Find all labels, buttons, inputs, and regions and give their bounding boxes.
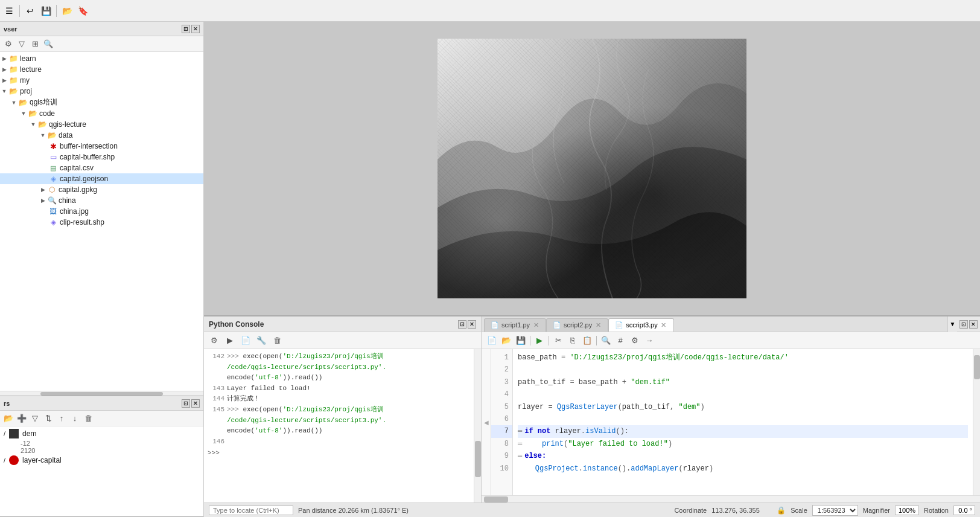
browser-add-icon[interactable]: ⚙ — [2, 38, 14, 50]
tab-close-script1[interactable]: ✕ — [532, 321, 539, 329]
console-settings-icon[interactable]: ⚙ — [208, 334, 221, 347]
tree-item-china-jpg[interactable]: 🖼 china.jpg — [0, 206, 203, 217]
panel-header-controls: ⊡ ✕ — [182, 25, 200, 33]
console-clear-icon[interactable]: 🗑 — [270, 334, 284, 347]
browser-collapse-icon[interactable]: ⊞ — [29, 38, 41, 50]
tree-item-code[interactable]: ▼ 📂 code — [0, 108, 203, 119]
layers-up-icon[interactable]: ↑ — [56, 413, 68, 425]
layers-panel-controls: ⊡ ✕ — [182, 399, 200, 408]
editor-settings-icon[interactable]: ⚙ — [628, 334, 641, 347]
layer-item-dem[interactable]: / dem — [0, 428, 203, 440]
editor-help-icon[interactable]: → — [643, 334, 656, 347]
tab-label-script2: script2.py — [564, 321, 592, 329]
tree-label-learn: learn — [20, 54, 36, 63]
editor-hash-icon[interactable]: # — [614, 334, 627, 347]
console-line-142: 142 >>> exec(open('D:/lzugis23/proj/qgis… — [208, 352, 470, 362]
editor-paste-icon[interactable]: 📋 — [581, 334, 594, 347]
layers-panel-header: rs ⊡ ✕ — [0, 396, 203, 411]
console-options-icon[interactable]: 🔧 — [255, 334, 268, 347]
editor-copy-icon[interactable]: ⎘ — [566, 334, 579, 347]
tree-arrow-capital-gpkg: ▶ — [39, 185, 47, 194]
tab-sccript3[interactable]: 📄 sccript3.py ✕ — [608, 318, 674, 332]
layer-slash-dem: / — [4, 430, 5, 437]
locate-input[interactable] — [209, 506, 293, 515]
layers-open-icon[interactable]: 📂 — [2, 413, 14, 425]
layers-sort-icon[interactable]: ⇅ — [42, 413, 54, 425]
tree-item-proj[interactable]: ▼ 📂 proj — [0, 86, 203, 97]
console-close-btn[interactable]: ✕ — [468, 320, 476, 329]
tree-item-clip-result[interactable]: ◈ clip-result.shp — [0, 217, 203, 228]
tab-close-script2[interactable]: ✕ — [594, 321, 602, 329]
folder-icon-code: 📂 — [28, 109, 37, 118]
console-line-143: 143 Layer failed to load! — [208, 384, 470, 394]
tab-icon-script2: 📄 — [553, 321, 561, 329]
layers-down-icon[interactable]: ↓ — [69, 413, 81, 425]
editor-close-btn[interactable]: ✕ — [969, 320, 978, 329]
tree-item-buffer-intersection[interactable]: ✱ buffer-intersection — [0, 141, 203, 152]
console-editor-icon[interactable]: 📄 — [239, 334, 252, 347]
browser-refresh-icon[interactable]: 🔍 — [42, 38, 54, 50]
layers-close-btn[interactable]: ✕ — [191, 399, 200, 408]
menu-icon[interactable]: ☰ — [2, 4, 16, 18]
layers-float-btn[interactable]: ⊡ — [182, 399, 190, 408]
editor-search-icon[interactable]: 🔍 — [599, 334, 612, 347]
rotation-input[interactable] — [953, 506, 975, 515]
tree-arrow-learn: ▶ — [0, 54, 8, 63]
bookmark-icon[interactable]: 🔖 — [76, 4, 89, 18]
code-scrollbar-thumb-horiz — [484, 496, 508, 503]
editor-new-icon[interactable]: 📄 — [485, 334, 498, 347]
folder-icon-my: 📁 — [8, 75, 18, 85]
code-content[interactable]: base_path = 'D:/lzugis23/proj/qgis培训/cod… — [513, 349, 973, 495]
console-run-icon[interactable]: ▶ — [223, 334, 237, 347]
editor-run-icon[interactable]: ▶ — [533, 334, 546, 347]
tab-script2[interactable]: 📄 script2.py ✕ — [546, 318, 608, 332]
tree-item-my[interactable]: ▶ 📁 my — [0, 75, 203, 86]
tree-item-learn[interactable]: ▶ 📁 learn — [0, 53, 203, 64]
undo-icon[interactable]: ↩ — [24, 4, 37, 18]
editor-toolbar: 📄 📂 💾 ▶ ✂ ⎘ 📋 🔍 # ⚙ → — [482, 332, 980, 349]
tab-script1[interactable]: 📄 script1.py ✕ — [484, 318, 546, 332]
layers-filter-icon[interactable]: ▽ — [29, 413, 41, 425]
open-icon[interactable]: 📂 — [60, 4, 74, 18]
tree-item-capital-buffer[interactable]: ▭ capital-buffer.shp — [0, 152, 203, 162]
editor-open-icon[interactable]: 📂 — [500, 334, 513, 347]
editor-float-btn[interactable]: ⊡ — [959, 320, 968, 329]
tree-item-china[interactable]: ▶ 🔍 china — [0, 195, 203, 206]
code-scrollbar-horiz[interactable] — [482, 495, 980, 503]
code-gutter: 1 2 3 4 5 6 7 8 9 10 — [491, 349, 513, 495]
browser-toolbar: ⚙ ▽ ⊞ 🔍 — [0, 36, 203, 52]
console-scrollbar[interactable] — [474, 349, 481, 503]
tree-item-capital-gpkg[interactable]: ▶ ⬡ capital.gpkg — [0, 184, 203, 195]
tree-item-qgis-lecture[interactable]: ▼ 📂 qgis-lecture — [0, 119, 203, 130]
layers-add-icon[interactable]: ➕ — [16, 413, 28, 425]
layer-name-dem: dem — [22, 429, 36, 438]
tree-item-qgis-train[interactable]: ▼ 📂 qgis培训 — [0, 97, 203, 108]
tree-item-data[interactable]: ▼ 📂 data — [0, 130, 203, 141]
console-content[interactable]: 142 >>> exec(open('D:/lzugis23/proj/qgis… — [204, 349, 474, 503]
code-scrollbar-vert[interactable] — [973, 349, 980, 495]
tree-scrollbar[interactable] — [0, 391, 203, 396]
code-line-2 — [518, 364, 968, 376]
coordinate-label: Coordinate — [674, 507, 707, 514]
tab-close-sccript3[interactable]: ✕ — [660, 321, 667, 329]
scale-select[interactable]: 1:563923 — [812, 505, 858, 516]
tab-dropdown-btn[interactable]: ▼ — [947, 316, 957, 332]
gutter-line-3: 3 — [491, 376, 512, 388]
map-canvas[interactable] — [204, 22, 980, 315]
console-line-142b: /code/qgis-lecture/scripts/sccript3.py'. — [208, 362, 470, 373]
magnifier-input[interactable] — [895, 506, 919, 515]
tree-item-capital-geojson[interactable]: ◈ capital.geojson — [0, 173, 203, 184]
tree-item-capital-csv[interactable]: ▤ capital.csv — [0, 162, 203, 173]
console-float-btn[interactable]: ⊡ — [458, 320, 466, 329]
layers-remove-icon[interactable]: 🗑 — [82, 413, 94, 425]
editor-save-icon[interactable]: 💾 — [514, 334, 527, 347]
panel-float-btn[interactable]: ⊡ — [182, 25, 190, 33]
browser-filter-icon[interactable]: ▽ — [16, 38, 28, 50]
code-left-scroll[interactable]: ◀ — [482, 349, 491, 495]
layer-item-capital[interactable]: / layer-capital — [0, 454, 203, 466]
tree-item-lecture[interactable]: ▶ 📁 lecture — [0, 64, 203, 75]
svg-rect-0 — [438, 39, 746, 298]
panel-close-btn[interactable]: ✕ — [191, 25, 200, 33]
save-icon[interactable]: 💾 — [39, 4, 52, 18]
editor-cut-icon[interactable]: ✂ — [552, 334, 565, 347]
